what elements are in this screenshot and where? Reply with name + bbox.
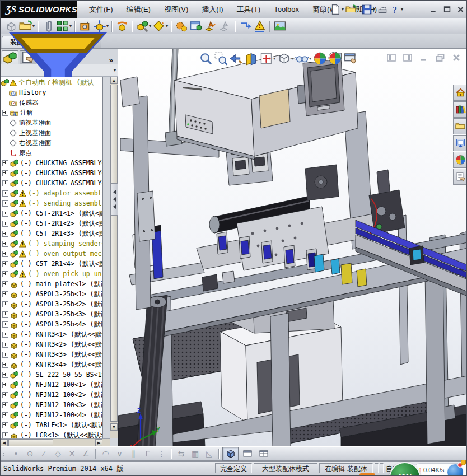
close-icon[interactable] <box>451 53 462 63</box>
tree-item[interactable]: 右视基准面 <box>1 138 102 148</box>
rotate-component-icon[interactable] <box>115 20 129 33</box>
snap-parallel-icon[interactable]: ∥ <box>127 449 141 458</box>
maximize-icon[interactable] <box>443 5 452 14</box>
task-pane-design-library[interactable] <box>453 101 467 118</box>
expand-toggle[interactable] <box>2 200 8 207</box>
expand-toggle[interactable] <box>2 301 8 307</box>
section-view-icon[interactable] <box>244 52 258 66</box>
tree-item[interactable]: (-) ASPOL3-25b<4> (默认 <box>1 319 102 329</box>
expand-toggle[interactable] <box>2 261 8 267</box>
expand-toggle[interactable] <box>2 362 8 368</box>
snap-perpendicular-icon[interactable]: ∨ <box>113 449 127 458</box>
expand-toggle[interactable] <box>2 281 8 287</box>
tree-item[interactable]: (-) KNTR3<4> (默认<<默认 <box>1 360 102 370</box>
minimize-icon[interactable] <box>429 5 438 14</box>
tree-item[interactable]: (-) ASPOL3-25b<2> (默认 <box>1 299 102 309</box>
tree-item[interactable]: !(-) stamping sender< <box>1 239 102 249</box>
expand-toggle[interactable] <box>2 170 8 176</box>
hide-show-items-icon[interactable] <box>295 52 309 66</box>
view-orientation-dropdown-arrow[interactable]: ▾ <box>273 56 275 61</box>
snap-tangent-icon[interactable]: ◠ <box>99 449 113 458</box>
open-folder-dropdown-arrow[interactable]: ▾ <box>357 7 359 12</box>
expand-toggle[interactable] <box>2 180 8 186</box>
edit-appearance-icon[interactable] <box>313 52 327 66</box>
tree-item[interactable]: (-) TABLE<1> (默认<默认 <box>1 420 102 430</box>
vertical-scroll-thumb[interactable] <box>110 85 118 422</box>
expand-toggle[interactable] <box>2 432 8 438</box>
toolbar-drag-handle[interactable] <box>2 449 6 459</box>
panel-splitter[interactable] <box>110 183 118 216</box>
expand-toggle[interactable] <box>2 231 8 237</box>
task-pane-view-palette[interactable] <box>453 135 467 151</box>
close-icon[interactable] <box>456 5 465 14</box>
tree-item[interactable]: (-) C5T-2R1<2> (默认<默 <box>1 218 102 228</box>
menu-item-5[interactable]: 工具(T) <box>230 1 268 18</box>
tree-item[interactable]: (-) ASPOL3-25b<3> (默认 <box>1 309 102 319</box>
snap-triangle-icon[interactable]: ◺ <box>202 449 216 458</box>
filter-dropdown-arrow[interactable]: ▼ <box>113 68 117 73</box>
expand-toggle[interactable] <box>2 160 8 166</box>
save-dropdown-arrow[interactable]: ▾ <box>373 7 375 12</box>
tree-item[interactable]: (-) C5T-2R1<1> (默认<默 <box>1 208 102 218</box>
display-style-dropdown-arrow[interactable]: ▾ <box>291 56 293 61</box>
snap-polygon-icon[interactable]: ◇ <box>51 449 65 458</box>
tree-item[interactable]: (-) CHUCKING ASSEMBLY<3 <box>1 178 102 188</box>
tree-item[interactable]: !(-) oven output mech <box>1 249 102 259</box>
snap-grid-icon[interactable]: ▦ <box>188 449 202 458</box>
snap-line-icon[interactable]: ∕ <box>37 449 51 458</box>
expand-toggle[interactable] <box>2 311 8 318</box>
tree-item[interactable]: (-) SL-222-50-55 BS<1> <box>1 370 102 380</box>
scroll-down-button[interactable]: ▼ <box>110 423 118 431</box>
edit-component-icon[interactable] <box>136 20 149 33</box>
update-assembly-icon[interactable]: ! <box>253 20 267 33</box>
hide-show-items-dropdown-arrow[interactable]: ▾ <box>309 56 311 61</box>
show-window-icon[interactable] <box>189 20 203 33</box>
expand-toggle[interactable] <box>2 321 8 328</box>
zoom-fit-icon[interactable] <box>199 52 213 66</box>
zoom-area-icon[interactable] <box>214 52 228 66</box>
view-orientation-icon[interactable] <box>259 52 273 66</box>
feature-tree[interactable]: !全自动电子检测机 (默认History传感器A注解前视基准面上视基准面右视基准… <box>1 77 103 438</box>
expand-toggle[interactable] <box>2 271 8 277</box>
expand-toggle[interactable] <box>2 372 8 378</box>
snap-intersection-icon[interactable]: ✕ <box>65 449 79 458</box>
help-icon[interactable]: ? <box>389 4 400 15</box>
tree-item[interactable]: !(-) oven pick-up uni <box>1 269 102 279</box>
scroll-right-button[interactable]: ▶ <box>95 439 102 446</box>
tree-item[interactable]: (-) NFJN12-100<4> (默认 <box>1 410 102 420</box>
previous-view-icon[interactable] <box>229 52 243 66</box>
menu-item-6[interactable]: Toolbox <box>267 1 306 18</box>
expand-toggle[interactable] <box>2 392 8 398</box>
expand-toggle[interactable] <box>2 342 8 348</box>
expand-toggle[interactable] <box>2 251 8 257</box>
new-document-icon[interactable] <box>330 4 341 15</box>
save-icon[interactable] <box>361 4 372 15</box>
motion-study-icon[interactable] <box>152 20 166 33</box>
assembly-features-icon[interactable] <box>175 20 188 33</box>
new-document-dropdown-arrow[interactable]: ▾ <box>342 7 344 12</box>
tree-item[interactable]: (-) KNTR3<1> (默认<<默认 <box>1 329 102 339</box>
open-folder-icon[interactable] <box>345 4 357 15</box>
snap-corner-icon[interactable]: Γ <box>141 449 155 458</box>
task-pane-file-explorer[interactable] <box>453 118 467 134</box>
tree-horizontal-scrollbar[interactable]: ◀ ▶ <box>1 438 110 446</box>
tree-item[interactable]: (-) C5T-2R1<4> (默认<默 <box>1 259 102 269</box>
scroll-up-button[interactable]: ▲ <box>110 77 118 84</box>
restore-icon[interactable] <box>435 53 446 63</box>
expand-toggle[interactable] <box>2 352 8 358</box>
expand-toggle[interactable] <box>2 241 8 247</box>
tree-item[interactable]: (-) C5T-2R1<3> (默认<默 <box>1 228 102 239</box>
tree-item[interactable]: (-) KNTR3<3> (默认<<默认 <box>1 349 102 360</box>
graphics-viewport[interactable]: Z Y X ▾▾▾ <box>118 49 467 446</box>
expand-toggle[interactable] <box>2 291 8 297</box>
external-references-icon[interactable] <box>239 20 252 33</box>
view-mode-four-view[interactable] <box>256 447 271 460</box>
tree-item[interactable]: 上视基准面 <box>1 128 102 138</box>
horizontal-scroll-thumb[interactable] <box>8 439 53 446</box>
expand-toggle[interactable] <box>2 211 8 217</box>
tree-item[interactable]: (-) CHUCKING ASSEMBLY<1 <box>1 158 102 168</box>
expand-toggle[interactable] <box>2 422 8 428</box>
expand-toggle[interactable] <box>2 110 8 116</box>
task-pane-solidworks-resources[interactable] <box>453 85 467 101</box>
view-settings-icon[interactable] <box>343 52 357 66</box>
